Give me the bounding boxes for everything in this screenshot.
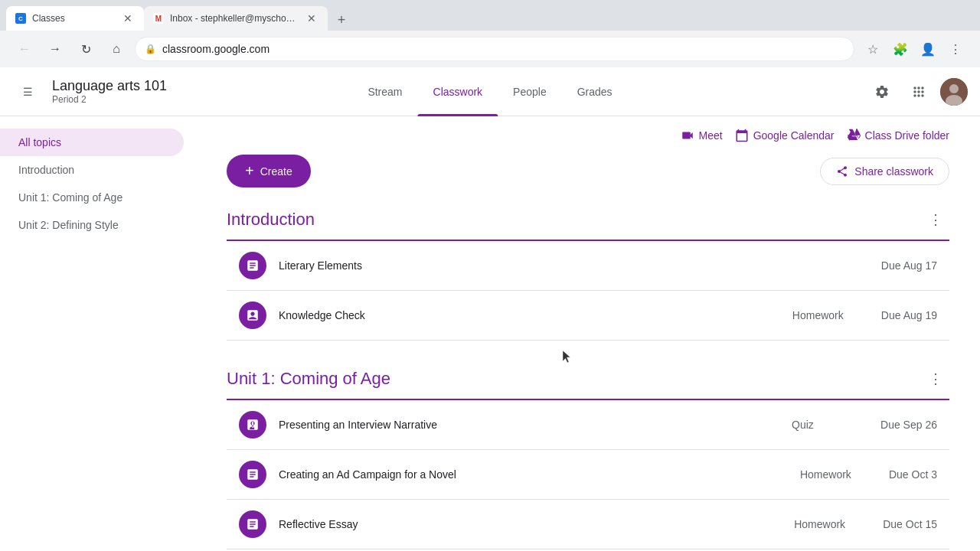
user-avatar[interactable]	[940, 78, 968, 106]
google-apps-icon	[911, 84, 926, 99]
tab-classes-label: Classes	[32, 13, 115, 24]
ad-campaign-due: Due Oct 3	[889, 468, 937, 481]
content-area: All topics Introduction Unit 1: Coming o…	[0, 116, 980, 551]
reflective-essay-icon	[239, 510, 266, 538]
literary-elements-name: Literary Elements	[279, 259, 780, 272]
assignment-knowledge-check[interactable]: Knowledge Check Homework Due Aug 19	[227, 291, 949, 341]
topic-introduction-title: Introduction	[227, 210, 315, 230]
interview-narrative-icon	[239, 411, 266, 439]
svg-point-1	[949, 84, 959, 93]
reflective-essay-due: Due Oct 15	[883, 518, 937, 530]
assignment-interview-narrative[interactable]: Presenting an Interview Narrative Quiz D…	[227, 400, 949, 450]
assignment-icon-svg	[246, 259, 260, 272]
class-subtitle: Period 2	[52, 94, 167, 105]
app-container: ☰ Language arts 101 Period 2 Stream Clas…	[0, 67, 980, 551]
nav-classwork[interactable]: Classwork	[418, 67, 498, 116]
literary-elements-icon	[239, 252, 266, 279]
bookmark-star-button[interactable]: ☆	[861, 37, 885, 61]
create-row: + Create Share classwork	[227, 155, 949, 187]
new-tab-button[interactable]: +	[331, 9, 352, 31]
quiz-icon-svg	[246, 418, 260, 432]
forward-button[interactable]: →	[43, 37, 67, 61]
ad-campaign-icon-svg	[246, 468, 260, 481]
interview-narrative-due: Due Sep 26	[880, 419, 937, 431]
app-title: Language arts 101 Period 2	[52, 78, 167, 105]
tab-gmail[interactable]: M Inbox - stephkeller@myschool.edu ✕	[144, 6, 328, 31]
toolbar-actions: ☆ 🧩 👤 ⋮	[861, 37, 968, 61]
tab-gmail-close[interactable]: ✕	[305, 11, 318, 25]
classes-favicon: C	[15, 13, 26, 24]
reflective-essay-icon-svg	[246, 517, 260, 531]
topic-introduction-header: Introduction ⋮	[227, 206, 949, 241]
browser-toolbar: ← → ↻ ⌂ 🔒 classroom.google.com ☆ 🧩 👤 ⋮	[0, 31, 980, 67]
avatar-image	[940, 78, 968, 106]
create-button[interactable]: + Create	[227, 155, 311, 187]
calendar-label: Google Calendar	[753, 129, 835, 142]
knowledge-check-icon	[239, 302, 266, 329]
address-text: classroom.google.com	[162, 43, 270, 55]
literary-elements-due: Due Aug 17	[881, 259, 937, 272]
video-icon	[681, 129, 694, 142]
create-label: Create	[260, 165, 292, 178]
app-header: ☰ Language arts 101 Period 2 Stream Clas…	[0, 67, 980, 116]
profile-button[interactable]: 👤	[916, 37, 940, 61]
header-left: ☰ Language arts 101 Period 2	[12, 77, 167, 107]
google-apps-button[interactable]	[903, 77, 934, 107]
sidebar-item-unit2[interactable]: Unit 2: Defining Style	[0, 211, 184, 239]
tab-classes[interactable]: C Classes ✕	[6, 6, 144, 31]
hamburger-menu[interactable]: ☰	[12, 77, 43, 107]
settings-icon	[874, 84, 890, 99]
extensions-button[interactable]: 🧩	[888, 37, 913, 61]
assignment-reflective-essay[interactable]: Reflective Essay Homework Due Oct 15	[227, 500, 949, 549]
meet-label: Meet	[699, 129, 723, 142]
create-icon: +	[245, 162, 254, 180]
nav-people[interactable]: People	[498, 67, 562, 116]
header-nav: Stream Classwork People Grades	[352, 67, 627, 116]
sidebar-unit1-label: Unit 1: Coming of Age	[18, 191, 122, 204]
nav-grades[interactable]: Grades	[562, 67, 628, 116]
share-classwork-button[interactable]: Share classwork	[820, 158, 949, 185]
nav-stream[interactable]: Stream	[352, 67, 417, 116]
ad-campaign-name: Creating an Ad Campaign for a Novel	[279, 468, 788, 481]
settings-button[interactable]	[867, 77, 897, 107]
topic-introduction-menu[interactable]: ⋮	[922, 206, 949, 233]
knowledge-check-icon-svg	[246, 308, 260, 322]
hamburger-icon: ☰	[23, 86, 33, 98]
sidebar-item-unit1[interactable]: Unit 1: Coming of Age	[0, 184, 184, 211]
sidebar-item-all-topics[interactable]: All topics	[0, 129, 184, 156]
meet-link[interactable]: Meet	[681, 129, 723, 142]
gmail-favicon: M	[153, 13, 164, 24]
sidebar-introduction-label: Introduction	[18, 164, 74, 176]
topic-unit1-title: Unit 1: Coming of Age	[227, 369, 390, 389]
home-button[interactable]: ⌂	[104, 37, 129, 61]
more-button[interactable]: ⋮	[943, 37, 968, 61]
tab-classes-close[interactable]: ✕	[121, 11, 135, 25]
assignment-literary-elements[interactable]: Literary Elements Due Aug 17	[227, 241, 949, 291]
drive-icon	[847, 129, 861, 142]
interview-narrative-type: Quiz	[792, 419, 868, 431]
drive-label: Class Drive folder	[865, 129, 949, 142]
share-icon	[836, 165, 848, 178]
reflective-essay-type: Homework	[794, 518, 871, 530]
share-label: Share classwork	[854, 165, 933, 178]
calendar-icon	[735, 129, 749, 142]
topic-introduction: Introduction ⋮ Literary Elements Due Aug…	[227, 206, 949, 341]
reflective-essay-name: Reflective Essay	[279, 518, 782, 530]
address-bar[interactable]: 🔒 classroom.google.com	[135, 37, 854, 61]
main-content: Meet Google Calendar Class Drive folder	[196, 116, 980, 551]
header-right	[867, 77, 968, 107]
knowledge-check-name: Knowledge Check	[279, 309, 780, 321]
back-button[interactable]: ←	[12, 37, 37, 61]
calendar-link[interactable]: Google Calendar	[735, 129, 835, 142]
refresh-button[interactable]: ↻	[74, 37, 98, 61]
drive-link[interactable]: Class Drive folder	[847, 129, 949, 142]
sidebar: All topics Introduction Unit 1: Coming o…	[0, 116, 196, 551]
topic-unit1-menu[interactable]: ⋮	[922, 365, 949, 393]
sidebar-all-topics-label: All topics	[18, 136, 61, 148]
assignment-ad-campaign[interactable]: Creating an Ad Campaign for a Novel Home…	[227, 450, 949, 500]
ad-campaign-icon	[239, 461, 266, 488]
tab-bar: C Classes ✕ M Inbox - stephkeller@myscho…	[0, 0, 980, 31]
sidebar-item-introduction[interactable]: Introduction	[0, 156, 184, 184]
sidebar-unit2-label: Unit 2: Defining Style	[18, 219, 119, 231]
lock-icon: 🔒	[145, 44, 156, 54]
